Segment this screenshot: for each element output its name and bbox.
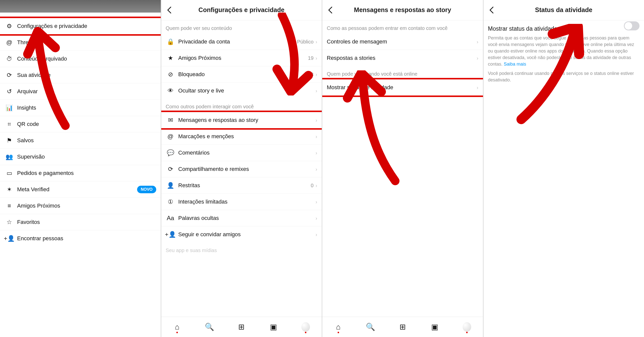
menu-item[interactable]: ⟳Sua atividade	[0, 67, 161, 83]
menu-item-label: Insights	[14, 104, 156, 112]
activity-status-toggle[interactable]	[624, 21, 639, 30]
👥-icon: 👥	[5, 153, 14, 161]
menu-item-value: Público	[297, 38, 316, 45]
≡-icon: ≡	[5, 202, 14, 210]
menu-item-label: Bloqueado	[175, 71, 311, 78]
page-title: Mensagens e respostas ao story	[354, 6, 451, 14]
page-title: Status da atividade	[535, 6, 592, 14]
menu-item[interactable]: ✉Mensagens e respostas ao story›	[161, 112, 322, 128]
menu-item[interactable]: AaPalavras ocultas›	[161, 210, 322, 226]
menu-item-label: Controles de mensagem	[327, 38, 477, 45]
back-button[interactable]	[325, 5, 335, 15]
menu-item[interactable]: ①Interações limitadas›	[161, 194, 322, 210]
section-contact: Como as pessoas podem entrar em contato …	[322, 20, 483, 34]
reels-icon[interactable]: ▣	[430, 323, 439, 331]
page-title: Configurações e privacidade	[198, 6, 285, 14]
menu-item[interactable]: ▭Pedidos e pagamentos	[0, 165, 161, 181]
tab-bar: ⌂ 🔍 ⊞ ▣	[322, 317, 483, 337]
toggle-title: Mostrar status da atividade	[484, 20, 644, 33]
menu-item[interactable]: ✶Meta VerifiedNOVO	[0, 181, 161, 198]
⊘-icon: ⊘	[166, 70, 175, 78]
chevron-right-icon: ›	[315, 215, 317, 222]
section-interaction: Como outros podem interagir com você	[161, 99, 322, 112]
menu-item[interactable]: ≡Amigos Próximos	[0, 198, 161, 214]
menu-item[interactable]: +👤Seguir e convidar amigos›	[161, 226, 322, 243]
back-button[interactable]	[487, 5, 497, 15]
reels-icon[interactable]: ▣	[269, 323, 278, 331]
menu-item[interactable]: ⟳Compartilhamento e remixes›	[161, 161, 322, 177]
add-icon[interactable]: ⊞	[237, 323, 246, 331]
chevron-right-icon: ›	[477, 38, 478, 45]
menu-item[interactable]: 👥Supervisão	[0, 149, 161, 165]
menu-item[interactable]: ⚙Configurações e privacidade	[0, 18, 161, 34]
chevron-right-icon: ›	[477, 55, 478, 62]
search-icon[interactable]: 🔍	[366, 323, 375, 331]
menu-item[interactable]: @Marcações e menções›	[161, 128, 322, 145]
menu-item-value: 0	[311, 182, 315, 189]
blurred-header	[0, 0, 161, 13]
menu-item[interactable]: 👁Ocultar story e live›	[161, 82, 322, 99]
menu-item[interactable]: ☆Favoritos	[0, 214, 161, 230]
menu-item[interactable]: 💬Comentários›	[161, 145, 322, 161]
menu-item-label: Salvos	[14, 137, 156, 144]
menu-item-label: Marcações e menções	[175, 133, 316, 140]
+👤-icon: +👤	[5, 234, 14, 243]
learn-more-link[interactable]: Saiba mais	[504, 62, 526, 67]
panel-messages-story: Mensagens e respostas ao story Como as p…	[322, 0, 484, 337]
menu-item[interactable]: ⏱Conteúdo arquivado	[0, 51, 161, 67]
📊-icon: 📊	[5, 104, 14, 112]
profile-avatar[interactable]	[301, 323, 310, 331]
menu-item-label: Favoritos	[14, 218, 156, 226]
menu-item[interactable]: +👤Encontrar pessoas	[0, 230, 161, 247]
back-button[interactable]	[164, 5, 174, 15]
✉-icon: ✉	[166, 116, 175, 124]
tab-bar: ⌂ 🔍 ⊞ ▣	[161, 317, 322, 337]
search-icon[interactable]: 🔍	[205, 323, 214, 331]
@-icon: @	[166, 132, 175, 140]
menu-item-label: Compartilhamento e remixes	[175, 165, 316, 173]
menu-item-label: Palavras ocultas	[175, 214, 316, 222]
⚙-icon: ⚙	[5, 22, 14, 30]
menu-item-label: Pedidos e pagamentos	[14, 169, 156, 177]
chevron-right-icon: ›	[315, 71, 317, 78]
menu-item[interactable]: ⚑Salvos	[0, 132, 161, 149]
menu-item[interactable]: 📊Insights	[0, 100, 161, 116]
menu-item[interactable]: Mostrar status de atividade›	[322, 79, 483, 95]
+👤-icon: +👤	[166, 230, 175, 238]
★-icon: ★	[166, 54, 175, 62]
⟳-icon: ⟳	[5, 71, 14, 79]
profile-avatar[interactable]	[463, 323, 471, 331]
menu-item-label: Arquivar	[14, 88, 156, 95]
menu-item[interactable]: Controles de mensagem›	[322, 34, 483, 50]
menu-item-label: Interações limitadas	[175, 198, 316, 206]
menu-item[interactable]: Respostas a stories›	[322, 50, 483, 66]
section-online: Quem pode ver quando você está online	[322, 66, 483, 79]
header: Configurações e privacidade	[161, 0, 322, 20]
⌗-icon: ⌗	[5, 120, 14, 128]
menu-item[interactable]: 🔒Privacidade da contaPúblico›	[161, 34, 322, 50]
menu-item[interactable]: ⊘Bloqueado8›	[161, 66, 322, 82]
↺-icon: ↺	[5, 87, 14, 95]
chevron-right-icon: ›	[315, 87, 317, 94]
note-text: Você poderá continuar usando nossos serv…	[484, 69, 644, 84]
menu-item[interactable]: ↺Arquivar	[0, 83, 161, 100]
menu-item[interactable]: 👤Restritas0›	[161, 177, 322, 194]
menu-item[interactable]: ⌗QR code	[0, 116, 161, 132]
panel-activity-status: Status da atividade Mostrar status da at…	[484, 0, 644, 337]
menu-item[interactable]: ★Amigos Próximos19›	[161, 50, 322, 66]
menu-item-label: Ocultar story e live	[175, 87, 316, 94]
🔒-icon: 🔒	[166, 38, 175, 46]
menu-item-label: Seguir e convidar amigos	[175, 231, 316, 238]
menu-item[interactable]: @Threads	[0, 34, 161, 51]
👁-icon: 👁	[166, 87, 175, 95]
menu-item-label: Comentários	[175, 149, 316, 157]
section-app: Seu app e suas mídias	[161, 243, 322, 256]
menu-item-label: QR code	[14, 120, 156, 128]
menu-item-label: Respostas a stories	[327, 54, 477, 62]
menu-item-value: 19	[308, 55, 315, 62]
home-icon[interactable]: ⌂	[334, 323, 343, 331]
✶-icon: ✶	[5, 185, 14, 194]
home-icon[interactable]: ⌂	[173, 323, 181, 331]
add-icon[interactable]: ⊞	[398, 323, 407, 331]
menu-item-label: Amigos Próximos	[175, 54, 308, 62]
